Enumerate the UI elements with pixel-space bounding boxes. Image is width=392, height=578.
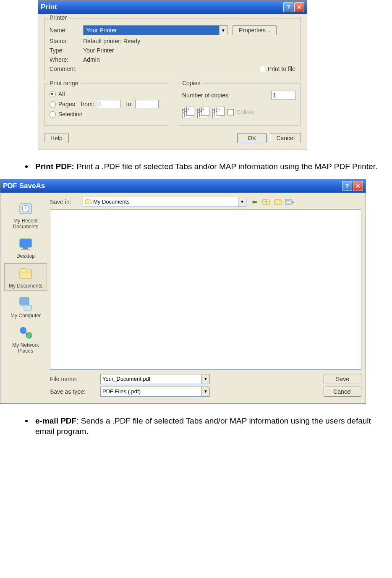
copies-group: Copies Number of copies: 1 111 222 333 C… [177, 84, 301, 126]
cancel-button[interactable]: Cancel [324, 387, 361, 397]
bullet-print-pdf: Print PDF: Print a .PDF file of selected… [0, 158, 392, 179]
save-in-label: Save in: [50, 199, 79, 205]
printer-group: Printer Name: Your Printer ▼ Properties.… [44, 18, 301, 80]
place-documents[interactable]: My Documents [4, 263, 47, 291]
print-to-file-label: Print to file [268, 65, 295, 72]
pdf-saveas-dialog: PDF SaveAs ? ✕ My Recent Documents Deskt… [0, 179, 366, 404]
svg-rect-4 [21, 249, 30, 250]
print-range-group: Print range All Pages from: to: Selectio… [44, 84, 168, 126]
svg-point-8 [26, 332, 32, 339]
help-icon[interactable]: ? [283, 2, 293, 12]
close-icon[interactable]: ✕ [353, 181, 363, 191]
print-dialog: Print ? ✕ Printer Name: Your Printer ▼ P… [38, 0, 307, 149]
file-list-area[interactable] [50, 209, 361, 370]
comment-label: Comment: [50, 65, 83, 72]
titlebar: PDF SaveAs ? ✕ [0, 179, 366, 193]
range-selection-label: Selection [58, 111, 83, 118]
desktop-icon [17, 235, 34, 252]
chevron-down-icon[interactable]: ▼ [219, 26, 227, 35]
network-icon [17, 324, 34, 341]
place-computer[interactable]: My Computer [5, 293, 47, 320]
print-to-file-checkbox[interactable] [259, 66, 265, 72]
save-type-label: Save as type: [50, 388, 96, 395]
bullet2-text: : Sends a .PDF file of selected Tabs and… [35, 416, 371, 436]
from-input[interactable] [97, 100, 120, 108]
range-pages-label: Pages [58, 101, 75, 107]
collate-checkbox[interactable] [227, 109, 234, 115]
range-all-label: All [58, 91, 65, 97]
collate-preview: 111 222 333 [182, 107, 223, 118]
place-network[interactable]: My Network Places [5, 323, 47, 356]
range-all-radio[interactable] [50, 91, 56, 97]
range-legend: Print range [48, 80, 80, 86]
properties-button[interactable]: Properties... [233, 25, 277, 35]
type-label: Type: [50, 47, 83, 54]
svg-rect-5 [20, 298, 29, 305]
filename-label: File name: [50, 376, 96, 382]
chevron-down-icon[interactable]: ▼ [238, 197, 246, 207]
place-desktop[interactable]: Desktop [5, 234, 47, 261]
folder-icon [85, 199, 91, 205]
documents-icon [17, 265, 34, 282]
save-type-combo[interactable]: PDF Files (.pdf) ▼ [100, 387, 210, 397]
ok-button[interactable]: OK [237, 133, 267, 143]
svg-rect-3 [23, 247, 28, 249]
to-label: to: [126, 101, 133, 107]
bullet-email-pdf: e-mail PDF: Sends a .PDF file of selecte… [0, 412, 392, 444]
back-icon[interactable]: ⬅ [250, 198, 259, 206]
close-icon[interactable]: ✕ [294, 2, 304, 12]
save-in-combo[interactable]: My Documents ▼ [83, 197, 246, 207]
places-bar: My Recent Documents Desktop My Documents… [5, 197, 47, 399]
where-value: Admin [83, 56, 100, 63]
bullet1-bold: Print PDF: [35, 162, 74, 171]
range-selection-radio[interactable] [50, 111, 56, 118]
svg-rect-6 [24, 305, 31, 310]
recent-documents-icon [17, 200, 34, 217]
computer-icon [17, 295, 34, 312]
copies-label: Number of copies: [182, 92, 230, 99]
chevron-down-icon[interactable]: ▼ [201, 374, 209, 384]
bullet-icon [25, 420, 28, 422]
chevron-down-icon[interactable]: ▼ [201, 387, 209, 396]
dialog-title: Print [41, 3, 57, 11]
status-label: Status: [50, 38, 83, 44]
place-recent[interactable]: My Recent Documents [5, 199, 47, 231]
printer-name-combo[interactable]: Your Printer ▼ [83, 25, 227, 35]
status-value: Default printer; Ready [83, 38, 140, 44]
copies-spinner[interactable]: 1 [271, 91, 295, 100]
name-label: Name: [50, 27, 83, 34]
range-pages-radio[interactable] [50, 101, 56, 107]
filename-input[interactable]: Your_Document.pdf ▼ [100, 374, 210, 384]
type-value: Your Printer [83, 47, 114, 54]
collate-label: Collate [236, 109, 255, 115]
help-button[interactable]: Help [44, 133, 69, 143]
cancel-button[interactable]: Cancel [270, 133, 301, 143]
bullet-icon [25, 165, 28, 168]
svg-rect-2 [20, 239, 31, 247]
to-input[interactable] [135, 100, 159, 108]
save-button[interactable]: Save [324, 374, 361, 384]
bullet2-bold: e-mail PDF [35, 416, 76, 425]
bullet1-text: Print a .PDF file of selected Tabs and/o… [74, 162, 377, 171]
titlebar: Print ? ✕ [38, 0, 307, 14]
up-folder-icon[interactable] [261, 198, 271, 206]
copies-legend: Copies [180, 80, 202, 86]
new-folder-icon[interactable] [273, 198, 282, 206]
from-label: from: [81, 101, 94, 107]
views-icon[interactable] [285, 198, 294, 206]
dialog-title: PDF SaveAs [3, 182, 45, 190]
printer-legend: Printer [48, 14, 68, 21]
where-label: Where: [50, 56, 83, 63]
help-icon[interactable]: ? [342, 181, 352, 191]
